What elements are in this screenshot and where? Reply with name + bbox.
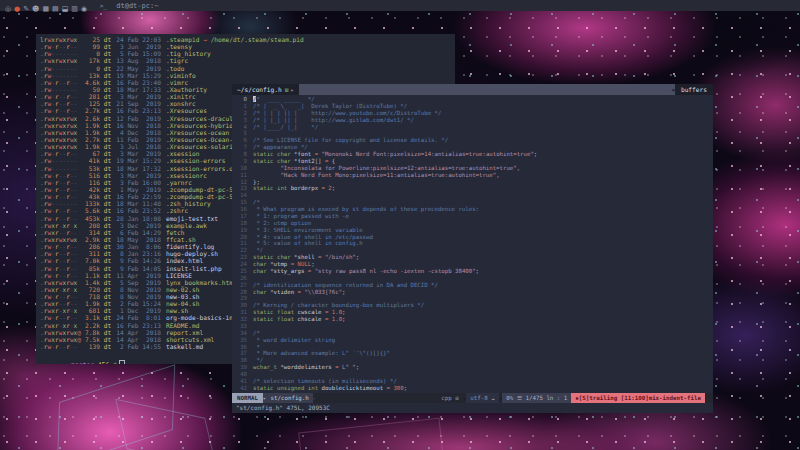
file-name: .yarnrc bbox=[166, 179, 192, 186]
filetype-indicator: cpp ⊞ bbox=[437, 393, 462, 403]
prompt-count: 456 bbox=[98, 361, 110, 364]
vim-editor-window[interactable]: ~/s/config.h⊞▸ ◂ buffers 0/* ____ _____ … bbox=[232, 84, 713, 413]
code-line: 23static char *shell = "/bin/sh"; bbox=[232, 254, 713, 261]
file-name: .Xresources bbox=[166, 107, 207, 114]
code-line: 7/* appearance */ bbox=[232, 144, 713, 151]
file-name: new-04.sh bbox=[166, 300, 200, 307]
file-name: example.awk bbox=[166, 222, 207, 229]
file-name: shortcuts.xml bbox=[166, 336, 214, 343]
file-name: .xsession-errors.old bbox=[166, 165, 241, 172]
user-icon[interactable]: ☻ bbox=[32, 5, 39, 13]
file-name: insult-list.php bbox=[166, 265, 222, 272]
file-name: fidentify.log bbox=[166, 243, 214, 250]
vim-tabline: ~/s/config.h⊞▸ ◂ buffers bbox=[232, 84, 713, 95]
filetype-icon: ⊞ bbox=[455, 395, 459, 401]
code-line: 20 * 4: value of shell in /etc/passwd bbox=[232, 234, 713, 241]
file-name: .xinitrc bbox=[166, 93, 196, 100]
code-line: 38 */ bbox=[232, 357, 713, 364]
file-name: new-02.sh bbox=[166, 286, 200, 293]
code-line: 3/* | |_| || | http://www.gitlab.com/dwt… bbox=[232, 117, 713, 124]
file-row: .rw-------0 dt 22 May 2019.todo bbox=[40, 65, 455, 72]
file-name: ffcat.sh bbox=[166, 236, 196, 243]
file-name: .xsessionrc bbox=[166, 172, 207, 179]
prompt-symbol: $ bbox=[113, 361, 117, 364]
file-name: report.xml bbox=[166, 329, 203, 336]
code-line: 37 * More advanced example: L" `'\"()[]{… bbox=[232, 350, 713, 357]
code-line: 17 * 1: program passed with -e bbox=[232, 213, 713, 220]
code-line: 39wchar_t *worddelimiters = L" "; bbox=[232, 364, 713, 371]
files-icon[interactable]: ▥ bbox=[71, 5, 78, 13]
folder-icon[interactable]: ▤ bbox=[52, 5, 59, 13]
file-name: .zcompdump-dt-pc-5.8 bbox=[166, 193, 241, 200]
file-name: emoji-test.txt bbox=[166, 215, 218, 222]
file-name: lynx_bookmarks.html bbox=[166, 279, 237, 286]
code-line: 21 * 5: value of shell in config.h bbox=[232, 240, 713, 247]
encoding-indicator: utf-8 ☁ bbox=[466, 393, 498, 403]
file-name: index.html bbox=[166, 257, 203, 264]
image-icon[interactable]: ▦ bbox=[42, 5, 49, 13]
file-row: .rw-r--r--99 dt 3 Jun 2019.teensy bbox=[40, 43, 455, 50]
tab-config-h[interactable]: ~/s/config.h⊞▸ bbox=[232, 84, 299, 95]
browser-icon[interactable]: ● bbox=[14, 5, 20, 13]
code-line: 4/* |____/ |_| */ bbox=[232, 124, 713, 131]
vim-message-line: "st/config.h" 475L, 20953C bbox=[232, 403, 713, 413]
code-line: 1/* | _ \_ _| Derek Taylor (DistroTube) … bbox=[232, 103, 713, 110]
circle-icon[interactable]: ◎ bbox=[5, 5, 11, 13]
file-name: .xonshrc bbox=[166, 100, 196, 107]
vim-statusline: NORMAL ▸ st/config.h ▸ cpp ⊞ ◂ utf-8 ☁ ◂… bbox=[232, 393, 713, 403]
file-row: .rwxrwxrwx17k dt 13 Aug 2018.tigrc bbox=[40, 57, 455, 64]
whitespace-warning: ✹[S]trailing [11:100]mix-indent-file bbox=[571, 393, 705, 403]
taskbar-host-label: dt@dt-pc:~ bbox=[116, 2, 158, 10]
buffers-label: buffers bbox=[675, 84, 713, 95]
file-name: hugo-deploy.sh bbox=[166, 250, 218, 257]
file-name: fetch bbox=[166, 229, 185, 236]
code-line: 14 bbox=[232, 192, 713, 199]
file-name: .viminfo bbox=[166, 72, 196, 79]
chevron-right-icon: ▸ bbox=[290, 86, 294, 93]
code-line: 8static char *font = "Mononoki Nerd Font… bbox=[232, 151, 713, 158]
code-line: 32static float chscale = 1.0; bbox=[232, 316, 713, 323]
file-name: .Xresources-dracula bbox=[166, 115, 237, 122]
file-name: .xsession-errors bbox=[166, 157, 226, 164]
file-row: lrwxrwxrwx25 dt 24 Feb 22:03.steampid → … bbox=[40, 36, 455, 43]
code-line: 16 * What program is execed by st depend… bbox=[232, 206, 713, 213]
file-name: .Xauthority bbox=[166, 86, 207, 93]
file-name: .xsession bbox=[166, 150, 200, 157]
code-line: 40 bbox=[232, 371, 713, 378]
terminal-cursor bbox=[119, 360, 125, 364]
file-type-icon: ⊞ bbox=[285, 86, 289, 93]
code-line: 11 "Hack Nerd Font Mono:pixelsize=11:ant… bbox=[232, 172, 713, 179]
mode-indicator: NORMAL bbox=[232, 393, 263, 403]
taskbar: ◎●✎☻▦▤⬓▥◉ >_ dt@dt-pc:~ bbox=[0, 0, 800, 11]
file-name: .Xresources-ocean bbox=[166, 129, 229, 136]
file-name: .zsh_history bbox=[166, 200, 211, 207]
edit-icon[interactable]: ✎ bbox=[23, 5, 29, 13]
code-line: 42static unsigned int doubleclicktimeout… bbox=[232, 385, 713, 392]
code-area[interactable]: 0/* ____ _____ */1/* | _ \_ _| Derek Tay… bbox=[232, 95, 713, 393]
display-icon[interactable]: ⬓ bbox=[62, 5, 69, 13]
prompt-git-branch: master bbox=[71, 361, 94, 364]
file-name: .steampid bbox=[166, 36, 200, 43]
globe-icon[interactable]: ◉ bbox=[81, 5, 87, 13]
terminal-icon[interactable]: >_ bbox=[100, 2, 106, 9]
code-line: 2/* | | | || | http://www.youtube.com/c/… bbox=[232, 110, 713, 117]
code-line: 29 bbox=[232, 295, 713, 302]
file-name: .tig_history bbox=[166, 50, 211, 57]
file-name: .Xresources-hybrid bbox=[166, 122, 233, 129]
statusline-filename: st/config.h bbox=[266, 393, 312, 403]
code-line: 13static int borderpx = 2; bbox=[232, 185, 713, 192]
file-name: new-03.sh bbox=[166, 293, 200, 300]
fileformat-icon: ☁ bbox=[491, 395, 495, 401]
code-line: 19 * 3: SHELL environment variable bbox=[232, 227, 713, 234]
code-line: 34/* bbox=[232, 330, 713, 337]
cursor-position: 0% ☰ 1/475 ln : 1 bbox=[502, 393, 571, 403]
code-line: 6/* See LICENSE file for copyright and l… bbox=[232, 137, 713, 144]
file-name: .todo bbox=[166, 65, 185, 72]
code-line: 18 * 2: utmp option bbox=[232, 220, 713, 227]
code-line: 28char *vtiden = "\\033[?6c"; bbox=[232, 289, 713, 296]
file-name: .vimrc bbox=[166, 79, 188, 86]
code-line: 25char *stty_args = "stty raw pass8 nl -… bbox=[232, 268, 713, 275]
lines-icon: ☰ bbox=[517, 395, 522, 401]
file-name: new.sh bbox=[166, 307, 188, 314]
code-line: 15/* bbox=[232, 199, 713, 206]
